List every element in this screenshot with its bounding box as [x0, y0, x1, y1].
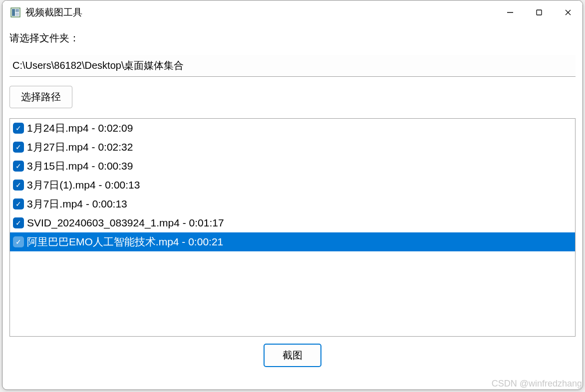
- file-list[interactable]: ✓1月24日.mp4 - 0:02:09✓1月27日.mp4 - 0:02:32…: [9, 118, 576, 337]
- checkmark-icon: ✓: [15, 125, 21, 132]
- close-button[interactable]: [554, 0, 583, 24]
- list-item[interactable]: ✓1月27日.mp4 - 0:02:32: [10, 138, 575, 157]
- checkmark-icon: ✓: [15, 163, 21, 170]
- checkmark-icon: ✓: [15, 219, 21, 226]
- checkbox[interactable]: ✓: [13, 217, 24, 228]
- file-label: 3月15日.mp4 - 0:00:39: [27, 159, 133, 173]
- checkmark-icon: ✓: [15, 144, 21, 151]
- path-input[interactable]: [9, 55, 576, 77]
- list-item[interactable]: ✓阿里巴巴EMO人工智能技术.mp4 - 0:00:21: [10, 232, 575, 251]
- file-label: 阿里巴巴EMO人工智能技术.mp4 - 0:00:21: [27, 235, 223, 249]
- svg-rect-5: [537, 10, 542, 15]
- app-icon: [10, 7, 20, 17]
- checkbox[interactable]: ✓: [13, 198, 24, 209]
- titlebar-left: 视频截图工具: [10, 6, 82, 19]
- minimize-button[interactable]: [496, 0, 525, 24]
- checkbox[interactable]: ✓: [13, 123, 24, 134]
- list-item[interactable]: ✓3月7日(1).mp4 - 0:00:13: [10, 176, 575, 195]
- list-item[interactable]: ✓3月15日.mp4 - 0:00:39: [10, 157, 575, 176]
- checkbox[interactable]: ✓: [13, 236, 24, 247]
- svg-rect-2: [15, 9, 19, 12]
- file-label: 1月24日.mp4 - 0:02:09: [27, 121, 133, 135]
- checkbox[interactable]: ✓: [13, 180, 24, 191]
- file-label: 3月7日(1).mp4 - 0:00:13: [27, 178, 140, 192]
- folder-label: 请选择文件夹：: [9, 31, 576, 45]
- checkmark-icon: ✓: [15, 238, 21, 245]
- svg-rect-3: [15, 12, 19, 16]
- checkmark-icon: ✓: [15, 200, 21, 207]
- file-label: 3月7日.mp4 - 0:00:13: [27, 197, 127, 211]
- list-item[interactable]: ✓3月7日.mp4 - 0:00:13: [10, 195, 575, 213]
- titlebar: 视频截图工具: [2, 0, 583, 24]
- bottom-bar: 截图: [9, 337, 576, 374]
- select-path-button[interactable]: 选择路径: [9, 86, 72, 108]
- file-label: 1月27日.mp4 - 0:02:32: [27, 140, 133, 154]
- checkbox[interactable]: ✓: [13, 142, 24, 153]
- window-controls: [496, 0, 583, 24]
- window-title: 视频截图工具: [25, 6, 82, 19]
- screenshot-button[interactable]: 截图: [264, 344, 321, 367]
- maximize-button[interactable]: [525, 0, 554, 24]
- content-area: 请选择文件夹： 选择路径 ✓1月24日.mp4 - 0:02:09✓1月27日.…: [2, 24, 583, 374]
- app-window: 视频截图工具 请选择文件夹： 选择路径 ✓1月24日.mp4 - 0:02:09…: [2, 0, 583, 390]
- file-label: SVID_20240603_083924_1.mp4 - 0:01:17: [27, 217, 224, 229]
- svg-rect-1: [12, 9, 15, 16]
- checkbox[interactable]: ✓: [13, 161, 24, 172]
- checkmark-icon: ✓: [15, 182, 21, 189]
- list-item[interactable]: ✓SVID_20240603_083924_1.mp4 - 0:01:17: [10, 213, 575, 232]
- list-item[interactable]: ✓1月24日.mp4 - 0:02:09: [10, 119, 575, 138]
